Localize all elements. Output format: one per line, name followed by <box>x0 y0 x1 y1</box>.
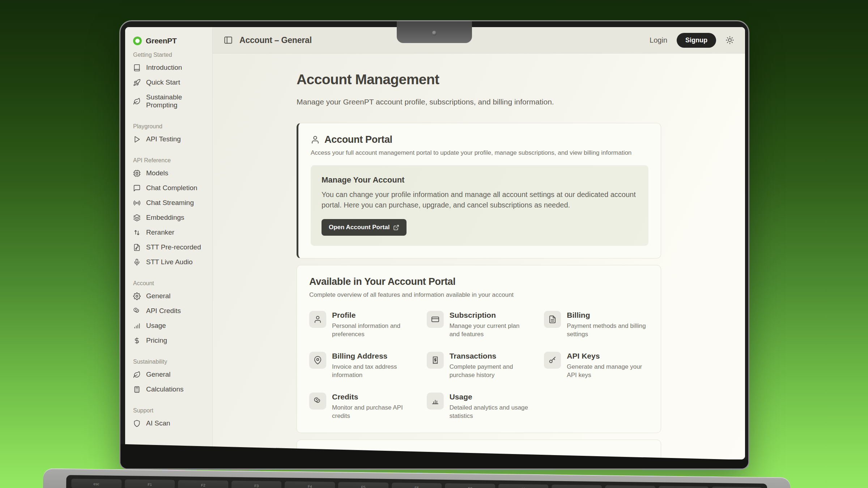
sidebar-item-label: General <box>146 292 171 300</box>
brand-logo-icon <box>133 37 142 45</box>
credit-card-icon <box>427 311 444 328</box>
sidebar-item-label: STT Live Audio <box>146 258 193 266</box>
open-account-portal-label: Open Account Portal <box>329 224 390 231</box>
page-title: Account Management <box>297 72 661 87</box>
broadcast-icon <box>133 199 141 207</box>
feature-title: Billing <box>567 311 648 320</box>
coins-icon <box>309 393 326 410</box>
external-link-icon <box>393 224 399 231</box>
sidebar-item-general[interactable]: General <box>129 289 209 303</box>
keyboard-key: F8 <box>498 484 549 488</box>
sidebar-item-label: Models <box>146 169 168 177</box>
keyboard-key: F6 <box>392 483 442 488</box>
feature-description: Generate and manage your API keys <box>567 363 648 380</box>
portal-features-title: Available in Your Account Portal <box>309 276 648 287</box>
feature-title: Profile <box>332 311 414 320</box>
display-notch <box>397 21 472 43</box>
feature-description: Monitor and purchase API credits <box>332 403 414 420</box>
sidebar-item-reranker[interactable]: Reranker <box>129 225 209 240</box>
sidebar-item-chat-completion[interactable]: Chat Completion <box>129 181 209 195</box>
account-portal-title: Account Portal <box>324 134 392 145</box>
feature-transactions: TransactionsComplete payment and purchas… <box>427 352 531 380</box>
keyboard-key: F2 <box>178 480 228 488</box>
keyboard-key: F4 <box>285 481 335 488</box>
manage-account-box: Manage Your Account You can change your … <box>311 165 648 246</box>
leaf-icon <box>133 98 141 105</box>
user-icon <box>311 135 320 144</box>
feature-title: Billing Address <box>332 352 414 360</box>
sidebar-item-sustainable-prompting[interactable]: Sustainable Prompting <box>129 90 209 112</box>
features-grid: ProfilePersonal information and preferen… <box>309 311 648 420</box>
keyboard-key: F3 <box>231 481 282 488</box>
brand-logo[interactable]: GreenPT <box>125 37 212 45</box>
sidebar-toggle-icon[interactable] <box>224 35 233 45</box>
sidebar-item-embeddings[interactable]: Embeddings <box>129 210 209 225</box>
keyboard-key: F7 <box>445 483 495 488</box>
user-icon <box>309 311 326 328</box>
keyboard-key: F11 <box>659 486 709 488</box>
calculator-icon <box>133 386 141 393</box>
sidebar-item-label: Quick Start <box>146 78 180 86</box>
keyboard-row: escF1F2F3F4F5F6F7F8F9F10F11F12 <box>71 479 762 488</box>
keyboard-key: F5 <box>338 482 388 488</box>
sidebar-item-models[interactable]: Models <box>129 166 209 180</box>
sidebar-section-label: Support <box>133 407 204 414</box>
sidebar-item-calculations[interactable]: Calculations <box>129 382 209 397</box>
sidebar-item-quick-start[interactable]: Quick Start <box>129 75 209 90</box>
keyboard: escF1F2F3F4F5F6F7F8F9F10F11F12`123456789… <box>65 475 767 488</box>
keyboard-key: F10 <box>605 485 655 488</box>
sidebar-item-label: API Testing <box>146 135 181 143</box>
keyboard-key: esc <box>71 479 122 488</box>
brand-name: GreenPT <box>146 37 176 45</box>
book-icon <box>133 64 141 72</box>
keyboard-key: F1 <box>125 479 175 488</box>
sidebar-item-label: Calculations <box>146 385 184 393</box>
theme-toggle-icon[interactable] <box>726 36 734 44</box>
sidebar-nav: Getting StartedIntroductionQuick StartSu… <box>125 52 212 431</box>
topbar-title: Account – General <box>239 35 312 45</box>
shield-icon <box>133 420 141 427</box>
dollar-icon <box>133 337 141 344</box>
sidebar-item-stt-live-audio[interactable]: STT Live Audio <box>129 255 209 269</box>
feature-billing-address: Billing AddressInvoice and tax address i… <box>309 352 414 380</box>
sidebar-item-general[interactable]: General <box>129 367 209 382</box>
portal-features-subtitle: Complete overview of all features and in… <box>309 291 648 299</box>
receipt-icon <box>427 352 444 369</box>
sidebar-item-label: API Credits <box>146 307 181 315</box>
coins-icon <box>133 307 141 315</box>
signup-button[interactable]: Signup <box>677 33 716 48</box>
sidebar-item-pricing[interactable]: Pricing <box>129 333 209 348</box>
feature-credits: CreditsMonitor and purchase API credits <box>309 393 414 420</box>
sidebar-section-label: API Reference <box>133 157 204 164</box>
sidebar-item-api-testing[interactable]: API Testing <box>129 132 209 146</box>
mic-icon <box>133 258 141 266</box>
feature-title: API Keys <box>567 352 648 360</box>
sort-icon <box>133 229 141 236</box>
manage-account-title: Manage Your Account <box>322 175 638 185</box>
sidebar-item-label: General <box>146 371 171 378</box>
sidebar-item-label: Chat Completion <box>146 184 197 192</box>
sidebar-item-chat-streaming[interactable]: Chat Streaming <box>129 196 209 210</box>
feature-title: Usage <box>450 393 531 401</box>
sidebar-item-usage[interactable]: Usage <box>129 318 209 333</box>
sidebar-item-label: Pricing <box>146 337 167 344</box>
sidebar-item-ai-scan[interactable]: AI Scan <box>129 416 209 431</box>
sidebar-item-label: Reranker <box>146 228 174 236</box>
rocket-icon <box>133 79 141 86</box>
manage-account-body: You can change your profile information … <box>322 189 638 210</box>
sidebar-item-introduction[interactable]: Introduction <box>129 60 209 75</box>
sidebar-item-api-credits[interactable]: API Credits <box>129 304 209 318</box>
feature-description: Personal information and preferences <box>332 322 414 339</box>
cpu-icon <box>133 170 141 177</box>
feature-description: Detailed analytics and usage statistics <box>450 403 531 420</box>
feature-description: Manage your current plan and features <box>450 322 531 339</box>
file-audio-icon <box>133 244 141 251</box>
sidebar-item-stt-pre-recorded[interactable]: STT Pre-recorded <box>129 240 209 254</box>
open-account-portal-button[interactable]: Open Account Portal <box>322 219 407 236</box>
bar-chart-icon <box>133 322 141 330</box>
sidebar-section-label: Playground <box>133 123 204 130</box>
login-link[interactable]: Login <box>650 36 667 44</box>
keyboard-key: F9 <box>552 485 602 488</box>
feature-description: Payment methods and billing settings <box>567 322 648 339</box>
feature-subscription: SubscriptionManage your current plan and… <box>427 311 531 339</box>
